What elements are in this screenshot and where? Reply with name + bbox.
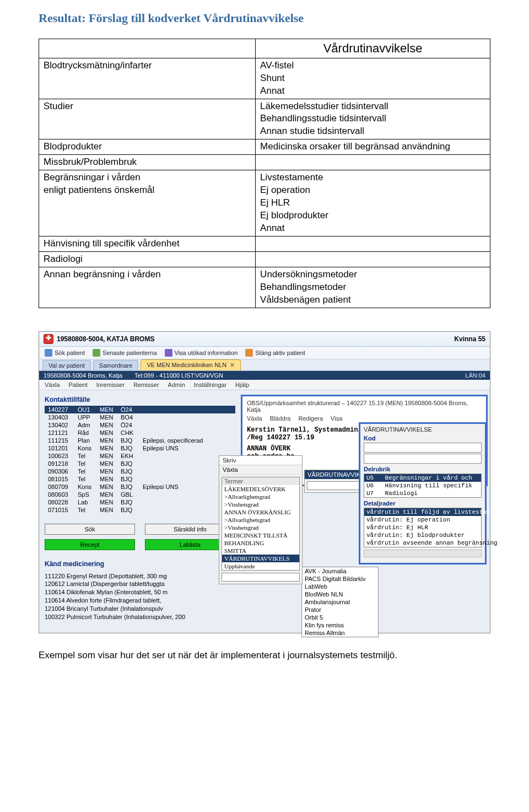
code-row-right: AV-fistelShuntAnnat bbox=[256, 58, 490, 99]
obs-title: OBS/Uppmärksamhet strukturerad – 140227 … bbox=[247, 400, 482, 413]
menu-hjalp[interactable]: Hjälp bbox=[235, 381, 249, 388]
list-item[interactable]: >Visshetsgrad bbox=[222, 501, 299, 508]
patient-gender: Kvinna 55 bbox=[454, 335, 485, 343]
list-item[interactable]: >Visshetsgrad bbox=[222, 524, 299, 531]
termer-list[interactable]: Termer LÄKEMEDELSÖVERK>Allvarlighetsgrad… bbox=[222, 477, 300, 571]
tb-search[interactable]: Sök patient bbox=[45, 349, 85, 357]
code-row-left: Missbruk/Problembruk bbox=[39, 155, 256, 170]
list-item[interactable]: Ambulansjournal bbox=[302, 598, 378, 606]
skriv-title: Skriv bbox=[219, 456, 302, 465]
visits-table[interactable]: 140227OU1MENÖ24130403UPPMENBO4130402AdmM… bbox=[45, 406, 235, 514]
menu-installningar[interactable]: Inställningar bbox=[194, 381, 226, 388]
menu-remisser[interactable]: Remisser bbox=[133, 381, 159, 388]
code-row-right: UndersökningsmetoderBehandlingsmetoderVå… bbox=[256, 267, 490, 308]
list-item[interactable]: Klin fys remiss bbox=[302, 621, 378, 629]
services-list[interactable]: AVK - JournaliaPACS Digitalt BildarkivLa… bbox=[301, 567, 379, 637]
table-row[interactable]: 091218TelMENBJQ bbox=[45, 460, 235, 467]
list-item[interactable]: ANNAN ÖVERKÄNSLIG bbox=[222, 508, 299, 516]
table-row[interactable]: 090306TelMENBJQ bbox=[45, 467, 235, 475]
table-row[interactable]: 111215PlanMENBJQEpilepsi, ospecificerad bbox=[45, 437, 235, 444]
list-item[interactable]: Orbit 5 bbox=[302, 614, 378, 621]
vard-panel: VÅRDRUTINAVVIKELSE Kod Delrubrik U5Begrä… bbox=[359, 422, 487, 564]
scrollbar[interactable] bbox=[364, 550, 482, 557]
list-item[interactable]: SMITTA bbox=[222, 547, 299, 555]
delrubrik-label: Delrubrik bbox=[364, 466, 482, 472]
list-item[interactable]: MEDICINSKT TILLSTÅ bbox=[222, 531, 299, 539]
code-row-right: Medicinska orsaker till begränsad använd… bbox=[256, 139, 490, 155]
table-row[interactable]: 121121RådMENCHK bbox=[45, 429, 235, 437]
kod-input-1[interactable] bbox=[364, 443, 482, 453]
menu-vaxla[interactable]: Växla bbox=[45, 381, 60, 388]
tb-extended[interactable]: Visa utökad information bbox=[165, 349, 238, 357]
code-row-left: Hänvisning till specifik vårdenhet bbox=[39, 236, 256, 251]
skriv-popup: Skriv Växla Termer LÄKEMEDELSÖVERK>Allva… bbox=[219, 455, 303, 584]
list-item[interactable]: PACS Digitalt Bildarkiv bbox=[302, 575, 378, 583]
obs-menu-visa[interactable]: Visa bbox=[331, 415, 342, 422]
list-item[interactable]: BlodWeb NLN bbox=[302, 590, 378, 598]
tab-ve-men[interactable]: VE MEN Medicinkliniken NLN✕ bbox=[141, 359, 241, 370]
skriv-input[interactable] bbox=[222, 573, 300, 582]
menu-patient[interactable]: Patient bbox=[69, 381, 88, 388]
menu-admin[interactable]: Admin bbox=[168, 381, 185, 388]
menubar: Växla Patient Inremisser Remisser Admin … bbox=[39, 380, 490, 390]
sok-button[interactable]: Sök bbox=[45, 524, 135, 535]
tab-samordnare[interactable]: Samordnare bbox=[93, 360, 139, 370]
list-item[interactable]: Remiss Allmän bbox=[302, 629, 378, 637]
table-row[interactable]: U7Radiologi bbox=[364, 490, 482, 498]
obs-menu-redigera[interactable]: Redigera bbox=[298, 415, 323, 422]
list-item[interactable]: LabWeb bbox=[302, 583, 378, 590]
table-row[interactable]: 080228LabMENBJQ bbox=[45, 498, 235, 506]
table-row[interactable]: 101201KonsMENBJQEpilepsi UNS bbox=[45, 444, 235, 452]
obs-menu-vaxla[interactable]: Växla bbox=[247, 415, 262, 422]
list-item[interactable]: BEHANDLING bbox=[222, 539, 299, 547]
toolbar: Sök patient Senaste patienterna Visa utö… bbox=[39, 347, 490, 359]
meds-heading: Känd medicinering bbox=[45, 560, 235, 568]
code-row-left: Studier bbox=[39, 99, 256, 139]
detaljrader-label: Detaljrader bbox=[364, 500, 482, 507]
list-item[interactable]: vårdrutin: Ej HLR bbox=[364, 524, 481, 531]
kod-label: Kod bbox=[364, 435, 482, 442]
obs-menu-bladdra[interactable]: Bläddra bbox=[270, 415, 291, 422]
list-item[interactable]: Prator bbox=[302, 606, 378, 614]
skriv-menu-vaxla[interactable]: Växla bbox=[219, 465, 302, 475]
close-icon[interactable]: ✕ bbox=[230, 362, 235, 368]
tb-close[interactable]: Stäng aktiv patient bbox=[245, 349, 305, 357]
detaljrader-list[interactable]: vårdrutin till följd av livstestamenvård… bbox=[364, 508, 482, 547]
table-row[interactable]: U5Begränsningar i vård och bbox=[364, 474, 482, 482]
list-item: 120612 Lamictal (Dispergerbar tablett/tu… bbox=[45, 580, 235, 588]
table-row[interactable]: 130402AdmMENÖ24 bbox=[45, 421, 235, 429]
delrubrik-table[interactable]: U5Begränsningar i vård ochU6Hänvisning t… bbox=[364, 474, 482, 498]
table-row[interactable]: 080709KonsMENBJQEpilepsi UNS bbox=[45, 483, 235, 491]
menu-inremisser[interactable]: Inremisser bbox=[96, 381, 125, 388]
history-icon bbox=[93, 349, 100, 357]
close-icon bbox=[245, 349, 253, 357]
page-title: Resultat: Förslag till kodverket Vårdrut… bbox=[39, 11, 490, 25]
list-item[interactable]: Upphävande bbox=[222, 562, 299, 570]
recept-button[interactable]: Recept bbox=[45, 539, 135, 550]
list-item[interactable]: vårdrutin avseende annan begränsning bbox=[364, 539, 481, 547]
list-item[interactable]: vårdrutin: Ej blodprodukter bbox=[364, 531, 481, 539]
code-row-left: Blodprodukter bbox=[39, 139, 256, 155]
list-item[interactable]: vårdrutin till följd av livstestamen bbox=[364, 508, 481, 516]
table-row[interactable]: 081015TelMENBJQ bbox=[45, 475, 235, 483]
tb-recent[interactable]: Senaste patienterna bbox=[93, 349, 156, 357]
code-row-left: Begränsningar i vården enligt patientens… bbox=[39, 170, 256, 236]
table-row[interactable]: 080603SpSMENGBL bbox=[45, 491, 235, 498]
list-item[interactable]: VÅRDRUTINAVVIKELS bbox=[222, 555, 299, 562]
list-item[interactable]: >Allvarlighetsgrad bbox=[222, 516, 299, 524]
table-row[interactable]: 071015TelMENBJQ bbox=[45, 506, 235, 514]
list-item[interactable]: LÄKEMEDELSÖVERK bbox=[222, 485, 299, 493]
termer-head: Termer bbox=[222, 477, 299, 485]
table-row[interactable]: U6Hänvisning till specifik bbox=[364, 482, 482, 490]
tabstrip: Val av patient Samordnare VE MEN Medicin… bbox=[39, 359, 490, 371]
patient-id-name: 19580808-5004, KATJA BROMS bbox=[57, 335, 154, 343]
list-item[interactable]: >Allvarlighetsgrad bbox=[222, 493, 299, 501]
table-row[interactable]: 140227OU1MENÖ24 bbox=[45, 406, 235, 413]
kod-input-2[interactable] bbox=[364, 454, 482, 464]
list-item[interactable]: vårdrutin: Ej operation bbox=[364, 516, 481, 524]
code-row-right: Läkemedelsstudier tidsintervallBehandlin… bbox=[256, 99, 490, 139]
tab-val-av-patient[interactable]: Val av patient bbox=[42, 360, 91, 370]
list-item[interactable]: AVK - Journalia bbox=[302, 567, 378, 575]
table-row[interactable]: 100623TelMENEKH bbox=[45, 452, 235, 460]
table-row[interactable]: 130403UPPMENBO4 bbox=[45, 413, 235, 421]
